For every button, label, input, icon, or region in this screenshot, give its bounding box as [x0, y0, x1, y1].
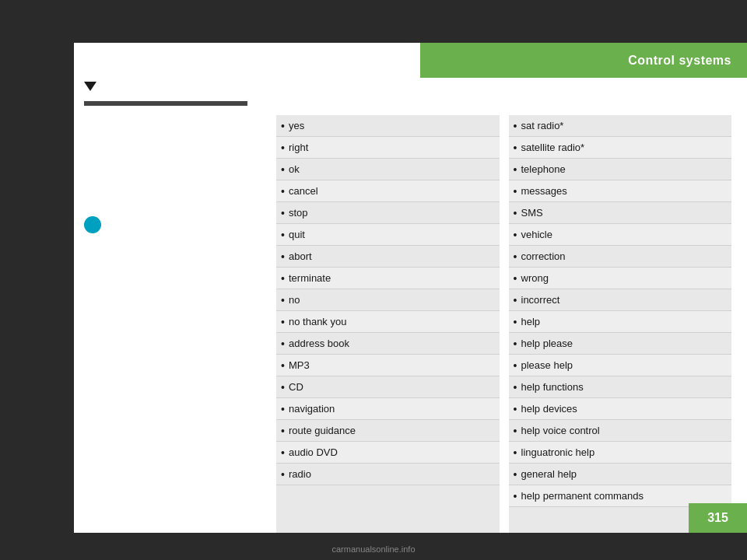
list-item: help please: [509, 333, 732, 355]
list-item: SMS: [509, 202, 732, 224]
list-item: wrong: [509, 268, 732, 289]
list-item: help functions: [509, 376, 732, 398]
header-banner: Control systems: [420, 43, 747, 78]
list-item: yes: [276, 115, 500, 137]
lists-container: yesrightokcancelstopquitabortterminateno…: [276, 115, 731, 544]
blue-circle-icon: [84, 216, 101, 233]
list-item: cancel: [276, 180, 500, 202]
list-item: sat radio*: [509, 115, 732, 137]
list-item: help devices: [509, 398, 732, 420]
left-list: yesrightokcancelstopquitabortterminateno…: [276, 115, 500, 544]
list-item: ok: [276, 159, 500, 180]
list-item: terminate: [276, 268, 500, 289]
list-item: abort: [276, 246, 500, 268]
left-sidebar: [0, 0, 74, 560]
list-item: general help: [509, 464, 732, 485]
page-number-box: 315: [689, 503, 747, 533]
top-band: [0, 0, 747, 43]
list-item: navigation: [276, 398, 500, 420]
list-item: correction: [509, 246, 732, 268]
list-item: vehicle: [509, 224, 732, 246]
list-item: radio: [276, 464, 500, 485]
list-item: route guidance: [276, 420, 500, 442]
list-item: help voice control: [509, 420, 732, 442]
page-number: 315: [707, 511, 728, 525]
list-item: audio DVD: [276, 442, 500, 464]
list-item: right: [276, 137, 500, 159]
page-title: Control systems: [628, 54, 731, 68]
list-item: MP3: [276, 355, 500, 376]
list-item: please help: [509, 355, 732, 376]
list-item: quit: [276, 224, 500, 246]
list-item: help: [509, 311, 732, 333]
list-item: messages: [509, 180, 732, 202]
watermark-text: carmanualsonline.info: [331, 544, 415, 554]
bottom-band: carmanualsonline.info: [0, 533, 747, 560]
page: Control systems yesrightokcancelstopquit…: [0, 0, 747, 560]
list-item: incorrect: [509, 289, 732, 311]
list-item: satellite radio*: [509, 137, 732, 159]
list-item: address book: [276, 333, 500, 355]
list-item: no thank you: [276, 311, 500, 333]
list-item: linguatronic help: [509, 442, 732, 464]
list-item: no: [276, 289, 500, 311]
list-item: stop: [276, 202, 500, 224]
list-item: telephone: [509, 159, 732, 180]
triangle-icon: [84, 82, 96, 91]
list-item: CD: [276, 376, 500, 398]
right-list: sat radio*satellite radio*telephonemessa…: [509, 115, 732, 544]
section-divider: [84, 101, 247, 106]
